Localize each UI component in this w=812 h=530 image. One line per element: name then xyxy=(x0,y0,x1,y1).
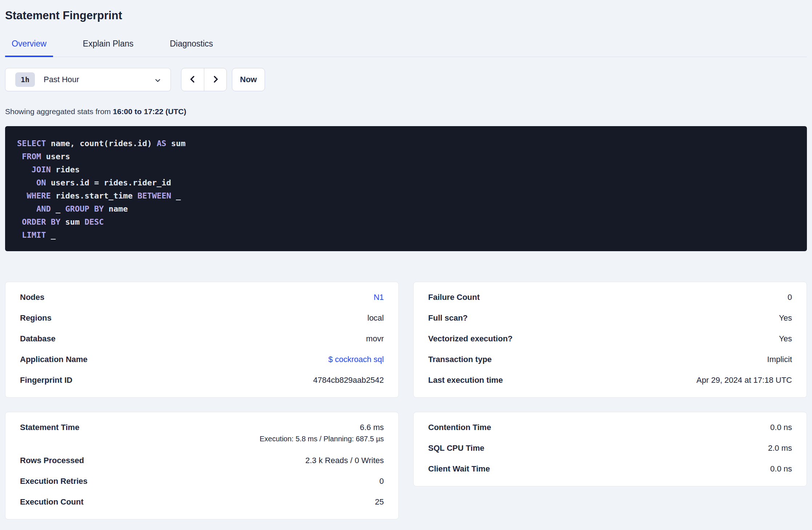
row-label: SQL CPU Time xyxy=(428,443,484,453)
tab-overview[interactable]: Overview xyxy=(5,39,53,57)
wait-times-card: Contention Time0.0 nsSQL CPU Time2.0 msC… xyxy=(413,412,807,486)
row-value-cell: movr xyxy=(366,334,384,344)
row-value-cell: 4784cb829aab2542 xyxy=(313,376,384,385)
card-row: Client Wait Time0.0 ns xyxy=(428,459,792,479)
card-row: Statement Time6.6 msExecution: 5.8 ms / … xyxy=(20,417,384,450)
sql-keyword: BETWEEN xyxy=(137,191,171,200)
sql-keyword: FROM xyxy=(22,152,41,161)
row-label: Vectorized execution? xyxy=(428,334,512,344)
row-value: 0 xyxy=(379,477,384,486)
row-label: Execution Count xyxy=(20,497,84,507)
row-value: 2.0 ms xyxy=(768,443,792,453)
row-value: 0.0 ns xyxy=(770,464,792,473)
row-label: Full scan? xyxy=(428,313,468,323)
row-value: 25 xyxy=(375,497,384,506)
statement-details-card: NodesN1RegionslocalDatabasemovrApplicati… xyxy=(5,282,399,398)
statement-fingerprint-page: Statement Fingerprint Overview Explain P… xyxy=(0,9,812,519)
row-value-cell: 2.0 ms xyxy=(768,443,792,453)
prev-interval-button[interactable] xyxy=(181,68,204,91)
row-subvalue: Execution: 5.8 ms / Planning: 687.5 µs xyxy=(260,433,384,445)
row-value-cell: Yes xyxy=(779,334,792,344)
time-pager xyxy=(181,68,227,91)
row-label: Client Wait Time xyxy=(428,464,490,474)
time-range-label: Past Hour xyxy=(44,75,79,84)
row-label: Fingerprint ID xyxy=(20,376,72,385)
sql-keyword: GROUP BY xyxy=(65,204,104,213)
sql-keyword: LIMIT xyxy=(22,230,46,240)
card-row: Execution Retries0 xyxy=(20,471,384,492)
card-row: Transaction typeImplicit xyxy=(428,349,792,370)
chevron-down-icon xyxy=(154,76,162,85)
sql-keyword: WHERE xyxy=(27,191,51,200)
sql-statement: SELECT name, count(rides.id) AS sum FROM… xyxy=(5,126,807,251)
row-value-cell: 0.0 ns xyxy=(770,464,792,474)
card-row: SQL CPU Time2.0 ms xyxy=(428,438,792,459)
sql-keyword: AS xyxy=(157,139,166,148)
sql-keyword: ORDER BY xyxy=(22,217,60,226)
sql-keyword: ON xyxy=(36,178,46,187)
card-row: Application Name$ cockroach sql xyxy=(20,349,384,370)
row-label: Application Name xyxy=(20,355,88,364)
row-value: Implicit xyxy=(767,355,792,364)
row-label: Regions xyxy=(20,313,52,323)
row-value-link[interactable]: N1 xyxy=(374,293,384,302)
now-button[interactable]: Now xyxy=(232,68,265,91)
row-label: Transaction type xyxy=(428,355,492,364)
chevron-left-icon xyxy=(188,75,197,85)
row-value-cell: Apr 29, 2024 at 17:18 UTC xyxy=(696,376,792,385)
tab-explain-plans[interactable]: Explain Plans xyxy=(76,39,140,57)
row-label: Last execution time xyxy=(428,376,503,385)
card-row: Vectorized execution?Yes xyxy=(428,329,792,349)
row-value-cell: $ cockroach sql xyxy=(328,355,384,364)
card-row: Execution Count25 xyxy=(20,492,384,513)
card-row: Databasemovr xyxy=(20,329,384,349)
row-value: local xyxy=(367,313,384,322)
card-row: Fingerprint ID4784cb829aab2542 xyxy=(20,370,384,391)
card-row: Regionslocal xyxy=(20,308,384,329)
tab-diagnostics[interactable]: Diagnostics xyxy=(163,39,220,57)
card-row: Failure Count0 xyxy=(428,287,792,308)
card-row: Last execution timeApr 29, 2024 at 17:18… xyxy=(428,370,792,391)
card-row: NodesN1 xyxy=(20,287,384,308)
time-range-badge: 1h xyxy=(15,72,35,87)
row-label: Statement Time xyxy=(20,423,79,432)
row-value-cell: 6.6 msExecution: 5.8 ms / Planning: 687.… xyxy=(260,423,384,445)
row-value: 4784cb829aab2542 xyxy=(313,376,384,385)
row-value-cell: 2.3 k Reads / 0 Writes xyxy=(305,456,384,465)
aggregated-stats-prefix: Showing aggregated stats from xyxy=(5,107,113,116)
sql-keyword: JOIN xyxy=(32,165,51,174)
row-value-cell: 0 xyxy=(788,293,792,302)
time-toolbar: 1h Past Hour Now xyxy=(5,68,807,91)
row-value: movr xyxy=(366,334,384,343)
card-row: Rows Processed2.3 k Reads / 0 Writes xyxy=(20,450,384,471)
row-value: 0 xyxy=(788,293,792,302)
page-title: Statement Fingerprint xyxy=(5,9,807,23)
row-value: Apr 29, 2024 at 17:18 UTC xyxy=(696,376,792,385)
row-value-cell: 25 xyxy=(375,497,384,507)
summary-cards: NodesN1RegionslocalDatabasemovrApplicati… xyxy=(5,282,807,519)
row-value-cell: N1 xyxy=(374,293,384,302)
card-row: Full scan?Yes xyxy=(428,308,792,329)
sql-keyword: DESC xyxy=(84,217,104,226)
row-value-link[interactable]: $ cockroach sql xyxy=(328,355,384,364)
row-value: 6.6 ms xyxy=(360,423,384,432)
row-value-cell: Implicit xyxy=(767,355,792,364)
row-value: Yes xyxy=(779,313,792,322)
row-value: 2.3 k Reads / 0 Writes xyxy=(305,456,384,465)
row-value: 0.0 ns xyxy=(770,423,792,432)
time-range-dropdown[interactable]: 1h Past Hour xyxy=(5,68,171,91)
sql-keyword: SELECT xyxy=(17,139,46,148)
row-label: Failure Count xyxy=(428,293,480,302)
aggregated-stats-range: 16:00 to 17:22 (UTC) xyxy=(113,107,186,116)
row-value-cell: 0 xyxy=(379,477,384,486)
row-label: Database xyxy=(20,334,56,344)
aggregated-stats-line: Showing aggregated stats from 16:00 to 1… xyxy=(5,107,807,117)
next-interval-button[interactable] xyxy=(204,68,226,91)
sql-keyword: AND xyxy=(36,204,51,213)
tab-bar: Overview Explain Plans Diagnostics xyxy=(5,39,807,57)
execution-attributes-card: Failure Count0Full scan?YesVectorized ex… xyxy=(413,282,807,398)
chevron-right-icon xyxy=(211,75,220,85)
statement-timing-card: Statement Time6.6 msExecution: 5.8 ms / … xyxy=(5,412,399,519)
row-value-cell: local xyxy=(367,313,384,323)
row-label: Contention Time xyxy=(428,423,491,432)
